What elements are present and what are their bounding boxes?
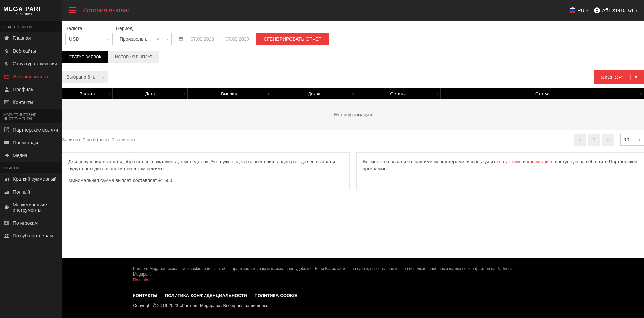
sidebar-item-media[interactable]: Медиа [0, 149, 62, 162]
currency-select[interactable]: USD ▾ [65, 33, 113, 45]
sidebar-item-label: По игрокам [13, 220, 38, 226]
page-size-value: 10 [624, 137, 630, 142]
table-header-balance[interactable]: Остаток↑↓ [356, 88, 441, 99]
chevron-down-icon: ▾ [104, 33, 109, 45]
table-header-currency[interactable]: Валюта↑↓ [62, 88, 113, 99]
chevron-down-icon: ▾ [102, 75, 104, 79]
link-icon [4, 48, 9, 54]
date-from: 07.02.2023 [191, 36, 214, 42]
calendar-icon [179, 33, 187, 45]
user-icon [4, 87, 9, 92]
generate-report-button[interactable]: СГЕНЕРИРОВАТЬ ОТЧЕТ [256, 33, 329, 45]
svg-rect-8 [7, 141, 8, 144]
external-link-icon [4, 127, 9, 133]
megaphone-icon [4, 153, 9, 158]
language-selector[interactable]: RU ▾ [569, 7, 588, 13]
sort-icon: ↑↓ [108, 92, 110, 96]
sidebar-item-websites[interactable]: Веб-сайты [0, 45, 62, 57]
export-label: ЭКСПОРТ [601, 74, 625, 80]
svg-rect-11 [6, 178, 7, 181]
sidebar-item-label: Структура комиссий [13, 61, 57, 66]
svg-text:$: $ [5, 61, 8, 66]
sidebar-item-label: Контакты [13, 99, 33, 105]
sidebar-item-label: Партнерские ссылки [13, 127, 58, 133]
sidebar-item-profile[interactable]: Профиль [0, 83, 62, 96]
sidebar-item-home[interactable]: Главная [0, 32, 62, 45]
date-to: 07.02.2023 [226, 36, 249, 42]
info-text: Для получения выплаты, обратитесь, пожал… [68, 158, 343, 172]
tab-request-status[interactable]: СТАТУС ЗАЯВОК [62, 51, 108, 63]
contact-info-link[interactable]: контактную информацию [497, 159, 552, 164]
barcode-icon [4, 140, 9, 145]
svg-rect-9 [8, 141, 9, 144]
cookie-learn-more-link[interactable]: Подробнее [133, 278, 154, 282]
table-header-date[interactable]: Дата↑↓ [113, 88, 188, 99]
mail-icon [4, 99, 9, 105]
main-content: История выплат RU ▾ Aff ID:1410161 ▾ [62, 0, 644, 318]
page-prev-button[interactable]: < [574, 134, 586, 146]
sidebar-item-full-report[interactable]: Полный [0, 185, 62, 198]
page-title: История выплат [82, 7, 130, 14]
table-header-status[interactable]: Статус↑↓ [441, 88, 644, 99]
sort-icon: ↑↓ [436, 92, 438, 96]
currency-label: Валюта [65, 26, 113, 31]
sidebar-item-contacts[interactable]: Контакты [0, 96, 62, 109]
sidebar-item-summary-report[interactable]: Краткий суммарный [0, 173, 62, 185]
footer-link-cookie-policy[interactable]: ПОЛИТИКА COOKIE [255, 293, 297, 298]
page-next-button[interactable]: > [602, 134, 614, 146]
sidebar-item-players-report[interactable]: По игрокам [0, 216, 62, 229]
period-select[interactable]: Произвольн... × ▾ [116, 33, 172, 45]
footer-link-privacy[interactable]: ПОЛИТИКА КОНФИДЕНЦИАЛЬНОСТИ [165, 293, 247, 298]
footer-link-contacts[interactable]: КОНТАКТЫ [133, 293, 157, 298]
chart-area-icon [4, 189, 9, 195]
topbar: История выплат RU ▾ Aff ID:1410161 ▾ [62, 0, 644, 21]
menu-section-title: МАРКЕТИНГОВЫЕ ИНСТРУМЕНТЫ [0, 109, 62, 123]
data-table: Валюта↑↓ Дата↑↓ Выплата↑↓ Доход↑↓ Остато… [62, 88, 644, 130]
svg-point-14 [6, 206, 6, 207]
chevron-down-icon: ▾ [586, 9, 588, 12]
sidebar-item-label: История выплат [13, 74, 48, 79]
tab-payment-history[interactable]: ИСТОРИЯ ВЫПЛАТ [108, 51, 159, 63]
logo[interactable]: MEGA:PARI PARTNERS [0, 0, 62, 21]
columns-select[interactable]: Выбрано 6 п. ▾ [62, 71, 108, 83]
sidebar: MEGA:PARI PARTNERS ГЛАВНОЕ МЕНЮ Главная … [0, 0, 62, 318]
users-icon [4, 233, 9, 238]
sidebar-item-subpartners-report[interactable]: По суб-партнерам [0, 229, 62, 242]
logo-rest: PARI [25, 6, 41, 12]
logo-main: MEGA [3, 6, 23, 12]
info-text: Вы можете связаться с нашими менеджерами… [363, 159, 497, 164]
tabs: СТАТУС ЗАЯВОК ИСТОРИЯ ВЫПЛАТ [62, 51, 644, 63]
table-header-payout[interactable]: Выплата↑↓ [188, 88, 272, 99]
sidebar-item-payments-history[interactable]: История выплат [0, 70, 62, 83]
export-button[interactable]: ЭКСПОРТ ▾ [594, 70, 644, 84]
clear-icon[interactable]: × [154, 36, 163, 42]
pagination-info: Записи с 0 по 0 (всего 0 записей) [62, 137, 135, 142]
sidebar-item-promocodes[interactable]: Промокоды [0, 136, 62, 149]
menu-toggle-button[interactable] [69, 7, 76, 13]
sidebar-item-label: Краткий суммарный [13, 176, 57, 182]
cookie-notice: Partners-Megapari использует cookie-файл… [133, 266, 521, 283]
sort-icon: ↑↓ [183, 92, 185, 96]
svg-rect-12 [8, 178, 9, 181]
page-size-select[interactable]: 10 ▾ [620, 134, 644, 146]
svg-point-13 [5, 205, 9, 209]
chevron-down-icon: ▾ [636, 134, 640, 145]
sidebar-item-label: Маркетинговые инструменты [13, 202, 58, 213]
svg-rect-22 [179, 38, 183, 41]
sidebar-item-commission[interactable]: $ Структура комиссий [0, 57, 62, 70]
period-value: Произвольн... [120, 36, 150, 42]
sidebar-item-label: Главная [13, 35, 31, 41]
user-menu[interactable]: Aff ID:1410161 ▾ [594, 7, 637, 13]
sidebar-item-marketing-report[interactable]: Маркетинговые инструменты [0, 198, 62, 216]
user-icon [594, 7, 600, 13]
sidebar-item-label: Профиль [13, 87, 33, 92]
columns-value: Выбрано 6 п. [66, 74, 95, 80]
id-card-icon [4, 220, 9, 226]
date-range-picker[interactable]: 07.02.2023 → 07.02.2023 [175, 33, 253, 45]
language-label: RU [578, 8, 584, 13]
chart-bar-icon [4, 176, 9, 182]
no-data-message: Нет информации [62, 99, 644, 130]
table-header-income[interactable]: Доход↑↓ [272, 88, 356, 99]
chevron-down-icon: ▾ [630, 74, 637, 80]
sidebar-item-affiliate-links[interactable]: Партнерские ссылки [0, 123, 62, 136]
